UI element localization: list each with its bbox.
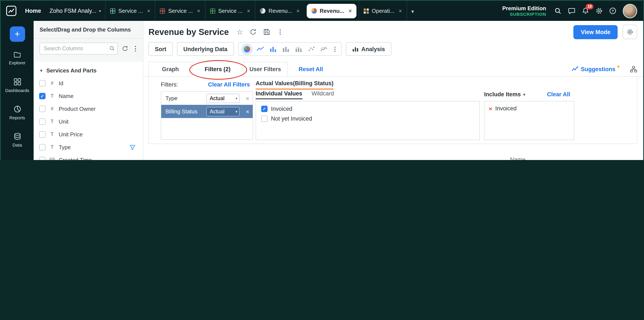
tree-section-services-and-parts[interactable]: ▾ Services And Parts [34, 64, 143, 77]
close-icon[interactable]: × [348, 8, 352, 14]
kebab-menu-icon[interactable]: ⋮ [132, 45, 139, 52]
filter-option[interactable]: Not yet Invoiced [256, 114, 480, 124]
tab-filters-2[interactable]: Filters (2) [192, 62, 243, 77]
table-icon [110, 8, 115, 14]
line-chart-icon[interactable] [254, 43, 266, 55]
filter-mode-select[interactable]: Actual ▾ [206, 107, 240, 116]
filter-row[interactable]: Type Actual ▾ × [161, 92, 253, 105]
field-checkbox[interactable] [39, 144, 46, 150]
report-tab[interactable]: Service ... × [205, 1, 255, 21]
data-icon [14, 132, 21, 140]
sidebar-item-reports[interactable]: Reports [1, 99, 34, 126]
sidebar-item-explorer[interactable]: Explorer [1, 44, 34, 72]
analysis-button[interactable]: Analysis [346, 42, 391, 56]
table-icon [160, 8, 165, 14]
workspace-name: Zoho FSM Analy... [50, 8, 96, 14]
scatter-chart-icon[interactable] [305, 43, 318, 55]
field-checkbox[interactable] [39, 93, 46, 99]
field-checkbox[interactable] [39, 118, 46, 125]
stacked-chart-icon[interactable] [292, 43, 305, 55]
hierarchy-view-icon[interactable] [630, 66, 637, 72]
field-checkbox[interactable] [39, 156, 46, 160]
suggestions-button[interactable]: Suggestions ✦ [572, 66, 622, 72]
field-list: # Id T Name # Product Owner T Unit T Uni… [34, 77, 143, 160]
column-field-row[interactable]: # Product Owner [34, 102, 143, 115]
clear-all-filters-link[interactable]: Clear All Filters [208, 81, 250, 88]
column-field-row[interactable]: T Unit Price [34, 128, 143, 141]
pie-chart: 35%33.8%19.3%5.4%3.2% [237, 155, 416, 160]
option-checkbox[interactable] [261, 106, 268, 112]
report-tab[interactable]: Operati... × [358, 1, 407, 21]
subscription-link[interactable]: SUBSCRIPTION [510, 12, 546, 17]
more-chart-types-icon[interactable]: ⋮ [330, 43, 340, 55]
column-field-row[interactable]: # Id [34, 77, 143, 89]
notifications-icon[interactable]: 18 [582, 7, 589, 15]
favorite-icon[interactable]: ☆ [236, 28, 243, 36]
remove-item-icon[interactable]: × [489, 105, 492, 111]
filter-value-tabs: Individual ValuesWildcard [256, 90, 334, 99]
filter-applied-icon[interactable] [130, 144, 135, 150]
clear-all-link[interactable]: Clear All [547, 91, 570, 98]
home-link[interactable]: Home [25, 8, 41, 14]
report-tab[interactable]: Service ... × [105, 1, 155, 21]
filter-row[interactable]: Billing Status Actual ▾ × [161, 105, 253, 118]
include-items-dropdown[interactable]: Include Items ▾ [484, 91, 525, 98]
create-new-button[interactable]: + [10, 27, 25, 42]
pie-chart-icon[interactable] [241, 43, 252, 55]
tab-graph[interactable]: Graph [148, 62, 192, 77]
report-canvas: Revenue by Service ☆ ⋮ View Mode Sort [143, 21, 643, 160]
column-field-row[interactable]: T Unit [34, 115, 143, 128]
active-filter-title: Actual Values(Billing Status) [256, 80, 334, 89]
column-field-row[interactable]: Created Time [34, 153, 143, 160]
refresh-icon[interactable] [250, 29, 257, 35]
help-icon[interactable]: ? [609, 7, 616, 15]
filter-value-tab-individual-values[interactable]: Individual Values [256, 90, 302, 99]
filter-mode-select[interactable]: Actual ▾ [206, 94, 240, 103]
filter-option[interactable]: Invoiced [256, 104, 480, 114]
remove-filter-icon[interactable]: × [246, 95, 249, 102]
view-tabs-row: GraphFilters (2)User Filters Reset All S… [143, 62, 643, 77]
close-icon[interactable]: × [197, 8, 200, 14]
close-icon[interactable]: × [399, 8, 402, 14]
option-checkbox[interactable] [261, 115, 268, 122]
column-chart-icon[interactable] [279, 43, 292, 55]
bar-chart-icon[interactable] [266, 43, 279, 55]
feedback-icon[interactable] [568, 7, 576, 15]
combo-chart-icon[interactable] [318, 43, 330, 55]
close-icon[interactable]: × [247, 8, 250, 14]
field-checkbox[interactable] [39, 80, 46, 86]
report-tab[interactable]: Revenu... × [306, 4, 356, 18]
search-icon[interactable] [554, 7, 562, 15]
sidebar-item-data[interactable]: Data [1, 126, 34, 153]
tabs-overflow-button[interactable]: ▾ [407, 7, 418, 15]
column-field-row[interactable]: T Type [34, 141, 143, 153]
save-icon[interactable] [264, 29, 270, 35]
reports-icon [14, 105, 21, 113]
reset-all-link[interactable]: Reset All [298, 66, 323, 72]
refresh-icon[interactable] [122, 46, 128, 52]
column-field-row[interactable]: T Name [34, 89, 143, 102]
report-tab[interactable]: Revenu... × [255, 1, 304, 21]
settings-icon[interactable] [596, 7, 603, 15]
field-checkbox[interactable] [39, 105, 46, 112]
close-icon[interactable]: × [147, 8, 150, 14]
search-columns-input[interactable] [40, 43, 118, 55]
report-tab[interactable]: Service ... × [155, 1, 205, 21]
remove-filter-icon[interactable]: × [246, 108, 249, 115]
view-mode-button[interactable]: View Mode [574, 25, 618, 39]
more-options-icon[interactable]: ⋮ [277, 28, 284, 36]
sidebar-item-dashboards[interactable]: Dashboards [1, 72, 34, 99]
included-item: × Invoiced [489, 105, 574, 112]
tab-user-filters[interactable]: User Filters [243, 62, 288, 77]
left-sidebar: + Explorer Dashboards Reports Data Ask Z… [1, 21, 34, 160]
underlying-data-button[interactable]: Underlying Data [177, 42, 234, 56]
field-checkbox[interactable] [39, 131, 46, 137]
sort-button[interactable]: Sort [148, 42, 173, 56]
sidebar-item-ask-zia[interactable]: Ask Zia [1, 153, 34, 160]
report-settings-button[interactable] [623, 25, 637, 39]
avatar[interactable] [623, 4, 637, 18]
filter-value-tab-wildcard[interactable]: Wildcard [312, 90, 334, 99]
close-icon[interactable]: × [296, 8, 300, 14]
zoho-analytics-logo[interactable] [6, 6, 16, 16]
workspace-selector[interactable]: Zoho FSM Analy... ▾ [50, 8, 101, 14]
